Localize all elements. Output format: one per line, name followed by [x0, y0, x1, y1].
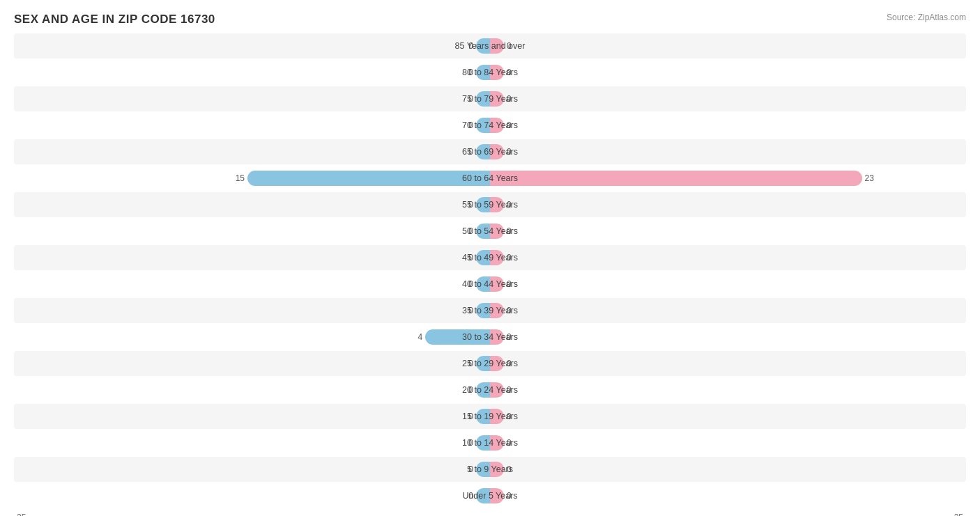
male-value: 0 — [468, 464, 473, 474]
female-bar — [490, 356, 504, 371]
right-section: 0 — [490, 139, 966, 164]
bar-row: 0015 to 19 Years — [14, 404, 966, 429]
right-section: 0 — [490, 351, 966, 376]
female-bar — [490, 171, 862, 186]
male-bar — [247, 171, 490, 186]
male-bar — [476, 356, 490, 371]
male-bar — [476, 144, 490, 159]
left-section: 0 — [14, 245, 490, 270]
female-value: 0 — [507, 464, 512, 474]
female-bar — [490, 435, 504, 451]
male-bar — [476, 224, 490, 239]
bar-row: 0010 to 14 Years — [14, 430, 966, 455]
right-section: 0 — [490, 430, 966, 455]
female-bar — [490, 224, 504, 239]
right-section: 0 — [490, 377, 966, 402]
female-bar — [490, 409, 504, 424]
left-section: 0 — [14, 33, 490, 58]
male-value: 0 — [468, 200, 473, 210]
right-section: 0 — [490, 33, 966, 58]
chart-area: 0085 Years and over0080 to 84 Years0075 … — [14, 33, 966, 508]
female-bar — [490, 382, 504, 398]
female-bar — [490, 197, 504, 212]
female-bar — [490, 38, 504, 54]
female-bar — [490, 303, 504, 318]
bar-row: 0020 to 24 Years — [14, 377, 966, 402]
male-bar — [476, 462, 490, 477]
male-value: 0 — [468, 306, 473, 315]
female-bar — [490, 488, 504, 503]
male-bar — [476, 435, 490, 451]
right-section: 23 — [490, 166, 966, 191]
bar-row: 0035 to 39 Years — [14, 298, 966, 323]
female-value: 0 — [507, 491, 512, 501]
male-bar — [476, 250, 490, 265]
female-value: 0 — [507, 200, 512, 210]
right-section: 0 — [490, 219, 966, 244]
male-bar — [476, 38, 490, 54]
male-value: 4 — [418, 332, 423, 342]
female-bar — [490, 65, 504, 80]
male-bar — [476, 118, 490, 133]
female-bar — [490, 462, 504, 477]
left-section: 0 — [14, 192, 490, 217]
bar-row: 0045 to 49 Years — [14, 245, 966, 270]
female-value: 0 — [507, 359, 512, 368]
female-value: 0 — [507, 94, 512, 104]
female-bar — [490, 276, 504, 292]
left-section: 0 — [14, 219, 490, 244]
male-value: 0 — [468, 147, 473, 157]
left-section: 0 — [14, 272, 490, 297]
bar-row: 0080 to 84 Years — [14, 60, 966, 85]
chart-container: SEX AND AGE IN ZIP CODE 16730 Source: Zi… — [0, 0, 980, 516]
left-section: 0 — [14, 430, 490, 455]
left-section: 0 — [14, 60, 490, 85]
left-section: 0 — [14, 351, 490, 376]
left-section: 0 — [14, 113, 490, 138]
bar-row: 0065 to 69 Years — [14, 139, 966, 164]
male-bar — [476, 409, 490, 424]
right-section: 0 — [490, 298, 966, 323]
left-section: 0 — [14, 404, 490, 429]
female-value: 0 — [507, 438, 512, 448]
female-bar — [490, 118, 504, 133]
bar-row: 0050 to 54 Years — [14, 219, 966, 244]
bar-row: 0085 Years and over — [14, 33, 966, 58]
right-section: 0 — [490, 483, 966, 508]
female-value: 23 — [865, 173, 874, 183]
axis-right: 25 — [954, 513, 963, 516]
female-value: 0 — [507, 412, 512, 421]
male-bar — [476, 197, 490, 212]
male-value: 0 — [468, 120, 473, 130]
male-value: 0 — [468, 279, 473, 289]
male-value: 0 — [468, 438, 473, 448]
male-value: 0 — [468, 94, 473, 104]
bar-row: 4030 to 34 Years — [14, 325, 966, 350]
source-label: Source: ZipAtlas.com — [887, 13, 966, 22]
right-section: 0 — [490, 192, 966, 217]
left-section: 0 — [14, 377, 490, 402]
left-section: 4 — [14, 325, 490, 350]
bar-row: 0025 to 29 Years — [14, 351, 966, 376]
male-value: 0 — [468, 41, 473, 51]
female-value: 0 — [507, 226, 512, 236]
male-value: 15 — [236, 173, 245, 183]
male-bar — [476, 303, 490, 318]
right-section: 0 — [490, 60, 966, 85]
right-section: 0 — [490, 86, 966, 111]
left-section: 0 — [14, 298, 490, 323]
right-section: 0 — [490, 457, 966, 482]
bar-row: 0055 to 59 Years — [14, 192, 966, 217]
right-section: 0 — [490, 404, 966, 429]
left-section: 0 — [14, 86, 490, 111]
male-bar — [476, 488, 490, 503]
left-section: 0 — [14, 139, 490, 164]
male-value: 0 — [468, 359, 473, 368]
female-value: 0 — [507, 41, 512, 51]
female-bar — [490, 329, 504, 345]
male-value: 0 — [468, 226, 473, 236]
right-section: 0 — [490, 272, 966, 297]
male-bar — [476, 65, 490, 80]
right-section: 0 — [490, 245, 966, 270]
male-value: 0 — [468, 253, 473, 263]
